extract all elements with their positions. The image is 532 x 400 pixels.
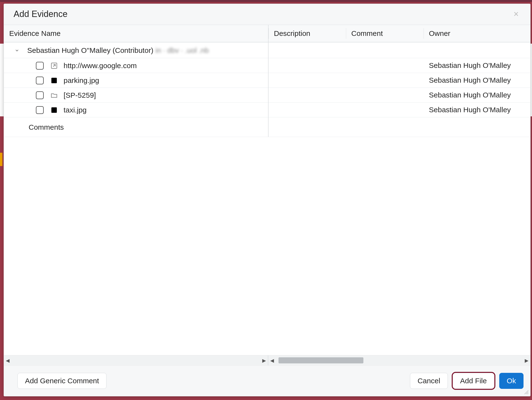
row-name: taxi.jpg bbox=[64, 106, 87, 114]
svg-point-4 bbox=[53, 109, 54, 110]
cell-comment bbox=[346, 73, 424, 88]
scroll-left-icon[interactable]: ◀ bbox=[4, 358, 11, 363]
table-row[interactable]: parking.jpgSebastian Hugh O'Malley bbox=[4, 73, 530, 88]
resize-grip-icon[interactable] bbox=[524, 389, 529, 395]
grid-empty-area bbox=[4, 137, 530, 355]
scroll-right-icon[interactable]: ▶ bbox=[523, 358, 530, 363]
scroll-thumb[interactable] bbox=[278, 357, 363, 363]
col-header-owner[interactable]: Owner bbox=[424, 25, 530, 42]
modal-title: Add Evidence bbox=[14, 9, 67, 19]
cell-comment bbox=[346, 103, 424, 117]
cell-description bbox=[268, 88, 346, 103]
add-generic-comment-button[interactable]: Add Generic Comment bbox=[17, 373, 106, 389]
table-row[interactable]: http://www.google.comSebastian Hugh O'Ma… bbox=[4, 58, 530, 73]
row-name: http://www.google.com bbox=[64, 62, 137, 70]
group-suffix-obscured: in · dbv · .uol .nb bbox=[156, 46, 209, 54]
col-header-name[interactable]: Evidence Name bbox=[4, 25, 268, 42]
cancel-button[interactable]: Cancel bbox=[410, 373, 448, 389]
link-icon bbox=[50, 62, 58, 70]
hscroll-detail-cols[interactable]: ◀ ▶ bbox=[268, 355, 530, 365]
row-checkbox[interactable] bbox=[36, 91, 44, 99]
col-header-comment[interactable]: Comment bbox=[346, 25, 424, 42]
group-row[interactable]: Sebastian Hugh O''Malley (Contributor) i… bbox=[4, 42, 530, 58]
table-header-row: Evidence Name Description Comment Owner bbox=[4, 25, 530, 42]
image-icon bbox=[50, 76, 58, 85]
cell-owner: Sebastian Hugh O'Malley bbox=[424, 73, 530, 88]
row-name: [SP-5259] bbox=[64, 91, 96, 99]
cell-comment bbox=[346, 88, 424, 103]
chevron-down-icon[interactable] bbox=[14, 47, 20, 54]
folder-icon bbox=[50, 91, 58, 99]
row-checkbox[interactable] bbox=[36, 62, 44, 70]
modal-footer: Add Generic Comment Cancel Add File Ok bbox=[4, 365, 530, 396]
cell-owner: Sebastian Hugh O'Malley bbox=[424, 58, 530, 73]
scroll-right-icon[interactable]: ▶ bbox=[260, 358, 268, 363]
evidence-grid: Evidence Name Description Comment Owner … bbox=[4, 25, 530, 365]
comments-row[interactable]: Comments bbox=[4, 117, 530, 137]
close-icon[interactable]: × bbox=[512, 9, 521, 19]
svg-point-2 bbox=[53, 79, 54, 80]
cell-description bbox=[268, 73, 346, 88]
table-row[interactable]: [SP-5259]Sebastian Hugh O'Malley bbox=[4, 88, 530, 103]
image-icon bbox=[50, 106, 58, 114]
row-checkbox[interactable] bbox=[36, 77, 44, 84]
group-label: Sebastian Hugh O''Malley (Contributor) bbox=[27, 46, 153, 54]
cell-owner: Sebastian Hugh O'Malley bbox=[424, 103, 530, 117]
add-evidence-modal: Add Evidence × Evidence Name Description… bbox=[4, 4, 531, 396]
table-row[interactable]: taxi.jpgSebastian Hugh O'Malley bbox=[4, 103, 530, 117]
horizontal-scrollbar-strip: ◀ ▶ ◀ ▶ bbox=[4, 355, 530, 365]
ok-button[interactable]: Ok bbox=[499, 373, 524, 389]
evidence-table: Evidence Name Description Comment Owner … bbox=[4, 25, 530, 137]
col-header-description[interactable]: Description bbox=[268, 25, 346, 42]
cell-description bbox=[268, 58, 346, 73]
cell-description bbox=[268, 103, 346, 117]
scroll-left-icon[interactable]: ◀ bbox=[268, 358, 276, 363]
cell-owner: Sebastian Hugh O'Malley bbox=[424, 88, 530, 103]
hscroll-name-col[interactable]: ◀ ▶ bbox=[4, 355, 268, 365]
row-name: parking.jpg bbox=[64, 76, 99, 84]
add-file-button[interactable]: Add File bbox=[453, 373, 494, 389]
row-checkbox[interactable] bbox=[36, 106, 44, 114]
cell-comment bbox=[346, 58, 424, 73]
comments-label: Comments bbox=[29, 123, 64, 131]
modal-header: Add Evidence × bbox=[4, 4, 530, 25]
